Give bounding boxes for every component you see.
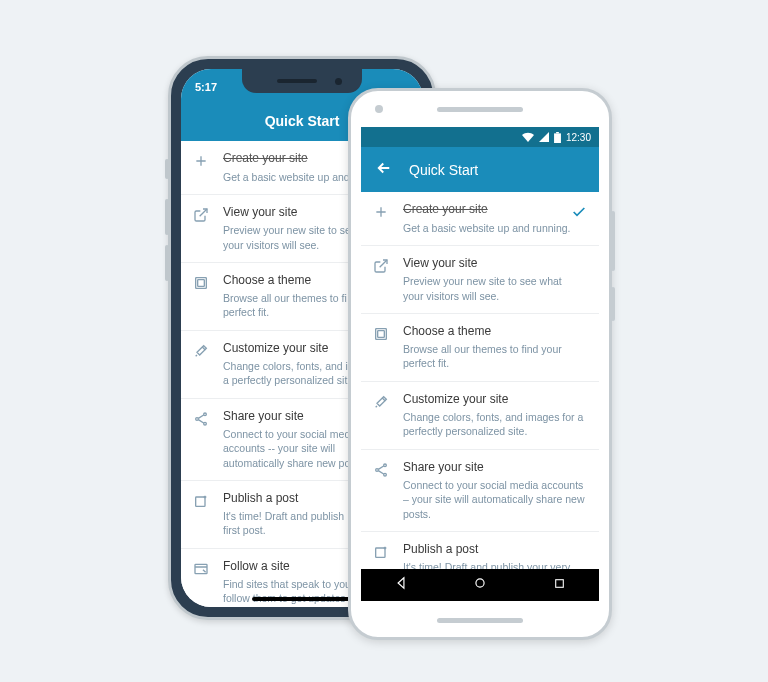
svg-rect-5 — [196, 497, 205, 506]
back-arrow-icon[interactable] — [375, 159, 393, 180]
item-desc: Get a basic website up and running. — [403, 221, 585, 235]
svg-point-2 — [204, 413, 207, 416]
publish-icon — [373, 544, 391, 560]
iphone-volume-down — [165, 245, 169, 281]
svg-rect-16 — [556, 580, 564, 588]
item-desc: Preview your new site to see what your v… — [403, 274, 585, 302]
list-item[interactable]: Customize your site Change colors, fonts… — [361, 382, 599, 450]
external-link-icon — [373, 258, 391, 274]
item-title: Share your site — [403, 460, 585, 476]
android-time: 12:30 — [566, 132, 591, 143]
iphone-home-indicator — [252, 597, 352, 601]
android-volume-rocker — [611, 211, 615, 271]
svg-rect-14 — [376, 548, 385, 557]
item-title: Choose a theme — [403, 324, 585, 340]
item-title: View your site — [403, 256, 585, 272]
svg-rect-10 — [378, 330, 385, 337]
android-front-camera — [375, 105, 383, 113]
wifi-icon — [522, 132, 534, 142]
plus-icon — [193, 153, 211, 169]
share-icon — [193, 411, 211, 427]
nav-back-icon[interactable] — [394, 576, 408, 594]
android-power-button — [611, 287, 615, 321]
plus-icon — [373, 204, 391, 220]
theme-icon — [193, 275, 211, 291]
tools-icon — [193, 343, 211, 359]
android-nav-bar — [361, 569, 599, 601]
nav-home-icon[interactable] — [473, 576, 487, 594]
ios-time: 5:17 — [195, 81, 217, 93]
item-title: Customize your site — [403, 392, 585, 408]
android-header-title: Quick Start — [409, 162, 478, 178]
svg-rect-1 — [198, 279, 205, 286]
battery-icon — [554, 132, 561, 143]
item-desc: Connect to your social media accounts – … — [403, 478, 585, 521]
nav-recents-icon[interactable] — [553, 576, 566, 594]
svg-point-12 — [376, 468, 379, 471]
iphone-mute-switch — [165, 159, 169, 179]
svg-rect-7 — [554, 133, 561, 143]
svg-point-4 — [204, 422, 207, 425]
android-speaker-grill — [437, 107, 523, 112]
follow-icon — [193, 561, 211, 577]
android-screen: 12:30 Quick Start Create your site Get a… — [361, 127, 599, 601]
android-bottom-grill — [437, 618, 523, 623]
svg-point-11 — [384, 464, 387, 467]
list-item[interactable]: View your site Preview your new site to … — [361, 246, 599, 314]
svg-point-13 — [384, 473, 387, 476]
check-icon — [571, 204, 587, 224]
svg-point-15 — [476, 579, 484, 587]
svg-rect-8 — [556, 132, 559, 133]
item-title: Create your site — [403, 202, 585, 218]
android-status-bar: 12:30 — [361, 127, 599, 147]
item-title: Publish a post — [403, 542, 585, 558]
list-item[interactable]: Choose a theme Browse all our themes to … — [361, 314, 599, 382]
item-desc: Change colors, fonts, and images for a p… — [403, 410, 585, 438]
list-item[interactable]: Share your site Connect to your social m… — [361, 450, 599, 532]
android-app-bar: Quick Start — [361, 147, 599, 192]
share-icon — [373, 462, 391, 478]
item-desc: Browse all our themes to find your perfe… — [403, 342, 585, 370]
iphone-notch — [242, 69, 362, 93]
tools-icon — [373, 394, 391, 410]
android-quickstart-list: Create your site Get a basic website up … — [361, 192, 599, 599]
list-item[interactable]: Create your site Get a basic website up … — [361, 192, 599, 246]
external-link-icon — [193, 207, 211, 223]
svg-point-3 — [196, 417, 199, 420]
android-device: 12:30 Quick Start Create your site Get a… — [348, 88, 612, 640]
signal-icon — [539, 132, 549, 142]
publish-icon — [193, 493, 211, 509]
theme-icon — [373, 326, 391, 342]
iphone-volume-up — [165, 199, 169, 235]
